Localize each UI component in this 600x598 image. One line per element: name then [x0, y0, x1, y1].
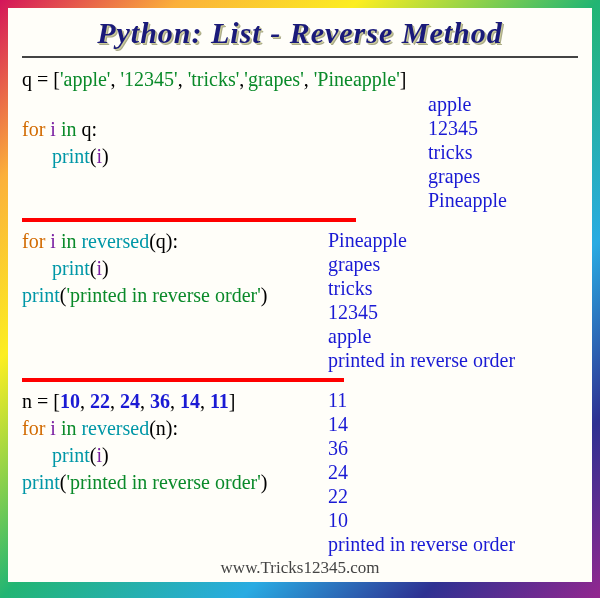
for-loop-q: for i in q:: [22, 116, 424, 143]
print-i-1: print(i): [22, 143, 424, 170]
out-line: 24: [328, 460, 578, 484]
for-loop-reversed-n: for i in reversed(n):: [22, 415, 328, 442]
divider-1: [22, 218, 356, 222]
print-i-2: print(i): [22, 255, 328, 282]
out-line: Pineapple: [428, 188, 578, 212]
out-line: tricks: [428, 140, 578, 164]
block3-row: n = [10, 22, 24, 36, 14, 11] for i in re…: [22, 388, 578, 556]
print-i-3: print(i): [22, 442, 328, 469]
out-line: printed in reverse order: [328, 532, 578, 556]
block1-output: apple 12345 tricks grapes Pineapple: [424, 92, 578, 212]
out-line: 36: [328, 436, 578, 460]
page-title: Python: List - Reverse Method: [22, 16, 578, 50]
print-msg-3: print('printed in reverse order'): [22, 469, 328, 496]
block2-row: for i in reversed(q): print(i) print('pr…: [22, 228, 578, 372]
content-panel: Python: List - Reverse Method q = ['appl…: [8, 8, 592, 582]
out-line: 12345: [328, 300, 578, 324]
code-line-assign-n: n = [10, 22, 24, 36, 14, 11]: [22, 388, 328, 415]
title-rule: [22, 56, 578, 58]
out-line: grapes: [428, 164, 578, 188]
out-line: printed in reverse order: [328, 348, 578, 372]
block1-code: for i in q: print(i): [22, 92, 424, 170]
block3-output: 11 14 36 24 22 10 printed in reverse ord…: [328, 388, 578, 556]
out-line: Pineapple: [328, 228, 578, 252]
block1-row: for i in q: print(i) apple 12345 tricks …: [22, 92, 578, 212]
code-line-assign-q: q = ['apple', '12345', 'tricks','grapes'…: [22, 66, 578, 92]
block2-output: Pineapple grapes tricks 12345 apple prin…: [328, 228, 578, 372]
out-line: 14: [328, 412, 578, 436]
footer-url: www.Tricks12345.com: [22, 558, 578, 578]
print-msg-2: print('printed in reverse order'): [22, 282, 328, 309]
out-line: 22: [328, 484, 578, 508]
out-line: 10: [328, 508, 578, 532]
block2-code: for i in reversed(q): print(i) print('pr…: [22, 228, 328, 309]
divider-2: [22, 378, 344, 382]
out-line: 12345: [428, 116, 578, 140]
for-loop-reversed-q: for i in reversed(q):: [22, 228, 328, 255]
block3-code: n = [10, 22, 24, 36, 14, 11] for i in re…: [22, 388, 328, 496]
out-line: apple: [328, 324, 578, 348]
var-q: q: [22, 68, 32, 90]
out-line: apple: [428, 92, 578, 116]
out-line: grapes: [328, 252, 578, 276]
out-line: tricks: [328, 276, 578, 300]
out-line: 11: [328, 388, 578, 412]
